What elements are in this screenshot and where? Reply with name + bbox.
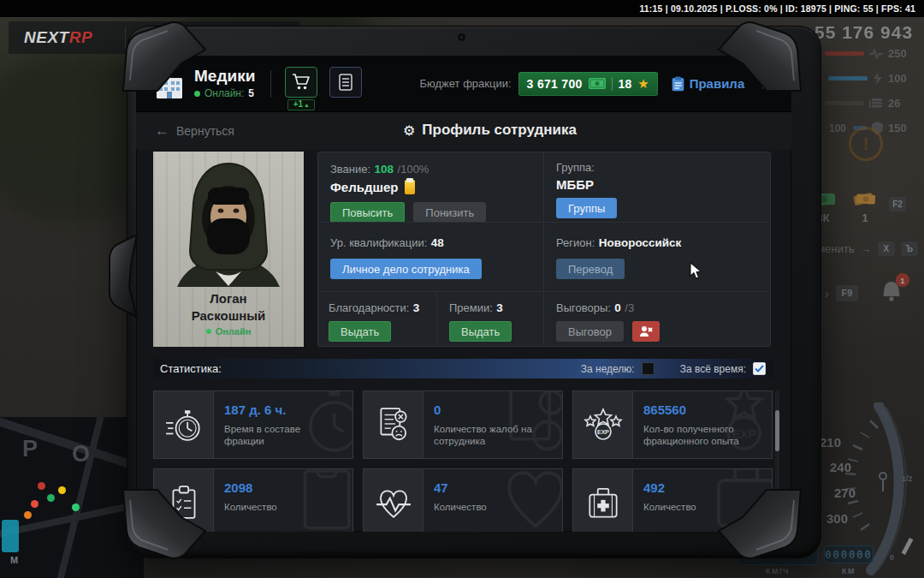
stat-card-time: 187 д. 6 ч. Время в составе фракции: [153, 390, 353, 459]
personal-file-button[interactable]: Личное дело сотрудника: [330, 259, 482, 279]
stat-value: 492: [643, 480, 696, 495]
cart-icon: [292, 74, 311, 91]
employee-name: Логан Раскошный: [192, 290, 266, 324]
minimap-blip: [24, 511, 32, 519]
stat-value: 865560: [643, 402, 761, 417]
reprimands-label: Выговоры:: [556, 301, 611, 314]
demote-button[interactable]: Понизить: [413, 202, 486, 223]
money-bill-icon: [589, 78, 606, 89]
gauge-ticks: [845, 411, 887, 530]
employee-info-panel: Звание: 108 /100% Фельдшер Повысить Пони…: [317, 152, 771, 347]
hud-inventory: 3К 1 F2 Сменить → X Ъ › F9: [809, 190, 922, 307]
back-label: Вернуться: [176, 124, 234, 138]
tablet-camera-icon: [458, 33, 465, 41]
divider: [612, 77, 613, 91]
stat-label: Кол-во полученного фракционного опыта: [643, 423, 761, 448]
reprimands-max: /3: [625, 301, 634, 314]
odometer-unit-label: КМ: [824, 567, 874, 575]
alltime-filter-label: За всё время:: [680, 363, 746, 375]
thanks-label: Благодарности:: [329, 301, 409, 314]
employee-photo: Логан Раскошный Онлайн: [153, 152, 304, 347]
region-cell: Регион: Новороссийск Перевод: [543, 222, 771, 291]
minimap-marker-label: М: [10, 555, 18, 565]
report-icon: [338, 74, 353, 91]
rank-label: Звание:: [330, 163, 370, 176]
tablet-screen: Медики Онлайн: 5: [136, 56, 791, 532]
employee-portrait: [164, 152, 293, 287]
give-bonus-button[interactable]: Выдать: [449, 321, 512, 342]
week-checkbox[interactable]: [642, 362, 654, 375]
bonuses-label: Премии:: [449, 301, 493, 314]
rank-badge-icon: [405, 180, 415, 194]
stat-card-exp: EXP 865560 Кол-во полученного фракционно…: [572, 390, 773, 459]
rank-value: 108: [375, 163, 394, 176]
online-label: Онлайн:: [204, 87, 244, 99]
bonuses-value: 3: [496, 301, 503, 314]
budget-label: Бюджет фракции:: [420, 77, 512, 90]
report-button[interactable]: [329, 67, 362, 98]
statistics-bar: Статистика: За неделю: За всё время:: [153, 359, 773, 378]
tickets-item: 1: [851, 190, 879, 224]
page-title-text: Профиль сотрудника: [422, 122, 577, 139]
shop-button-wrap: +1 ▲: [285, 67, 317, 98]
rules-clipboard-icon: [672, 76, 684, 92]
minimap-blip: [72, 504, 80, 511]
stat-label: Количество: [224, 501, 277, 513]
stat-value: 2098: [224, 480, 277, 495]
qualification-value: 48: [431, 236, 444, 249]
employee-online-label: Онлайн: [216, 326, 252, 337]
game-screen: Р О М 11:15 | 09.10.2025 | P.LOSS: 0% | …: [0, 0, 924, 578]
tickets-icon: [851, 190, 879, 209]
shop-cart-button[interactable]: [285, 67, 317, 98]
heart-pulse-icon: [364, 469, 424, 532]
medkit-icon: [573, 469, 633, 532]
region-value: Новороссийск: [599, 236, 682, 249]
vitals-panel: 250 100 26 100 150: [814, 41, 914, 140]
qualification-label: Ур. квалификации:: [330, 236, 427, 249]
group-value: МББР: [556, 177, 759, 192]
pulse-icon: [869, 49, 883, 59]
groups-button[interactable]: Группы: [556, 198, 617, 218]
alert-glyph: !: [863, 134, 869, 154]
back-button[interactable]: ← Вернуться: [155, 123, 234, 138]
change-row: Сменить → X Ъ: [809, 241, 922, 256]
tablet-clamp-left: [106, 231, 139, 320]
key-hint-f9: F9: [836, 285, 858, 301]
stat-label: Количество: [434, 501, 487, 513]
transfer-button[interactable]: Перевод: [556, 259, 625, 279]
online-count: 5: [248, 87, 254, 99]
notification-count-badge: 1: [896, 273, 909, 287]
gauge-tick-240: 240: [830, 460, 851, 474]
promote-button[interactable]: Повысить: [330, 202, 405, 223]
scrollbar-thumb[interactable]: [775, 410, 779, 451]
fire-employee-button[interactable]: [632, 321, 660, 342]
chevron-right-icon: ›: [825, 286, 829, 301]
odometer-box: 000000: [824, 545, 874, 563]
clipboard-ghost-icon: [287, 468, 353, 532]
gear-icon: ⚙: [403, 122, 415, 139]
minimap-blip: [47, 494, 55, 502]
armor-value: 150: [888, 122, 914, 134]
reprimand-button[interactable]: Выговор: [556, 321, 624, 342]
stat-card-complaints: 0 Количество жалоб на сотрудника: [363, 390, 563, 459]
armor-left-value: 100: [829, 122, 846, 134]
minimap-blip: [38, 482, 45, 490]
reprimands-cell: Выговоры: 0 /3 Выговор: [543, 291, 771, 346]
employee-first-name: Логан: [192, 290, 266, 307]
employee-online-status: Онлайн: [206, 326, 252, 337]
statistics-title: Статистика:: [160, 362, 222, 375]
cart-badge-value: +1: [293, 100, 303, 109]
tablet-clamp-bottom-left: [120, 488, 209, 562]
qualification-cell: Ур. квалификации: 48 Личное дело сотрудн…: [318, 222, 543, 291]
alert-icon: !: [849, 127, 883, 161]
key-hint-hardsign: Ъ: [901, 241, 918, 256]
star-icon: ★: [637, 77, 649, 90]
gauge-tick-270: 270: [834, 486, 856, 500]
alltime-checkbox[interactable]: [753, 362, 766, 375]
money-display: 55 176 943: [814, 22, 921, 43]
food-icon: [869, 98, 883, 109]
health-value: 250: [888, 47, 914, 60]
give-thanks-button[interactable]: Выдать: [329, 321, 391, 342]
gauge-tick-300: 300: [826, 511, 848, 526]
stat-label: Количество: [643, 501, 696, 513]
